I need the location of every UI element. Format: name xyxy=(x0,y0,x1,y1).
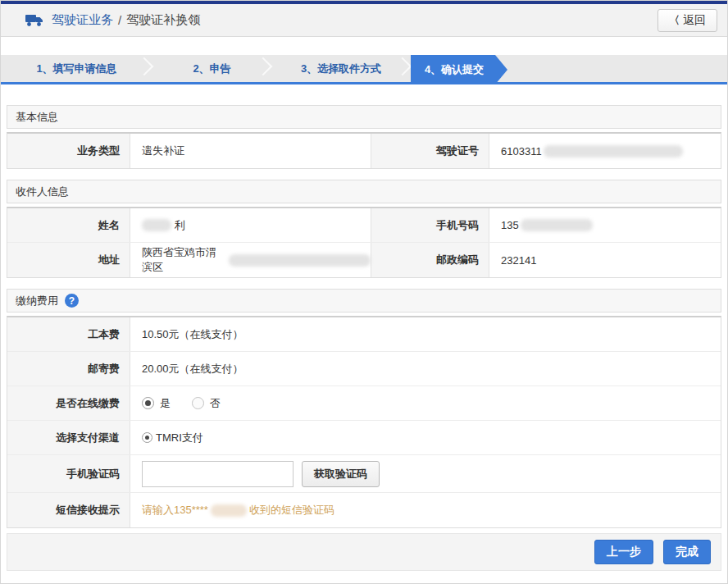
postcode-value: 232141 xyxy=(489,243,721,277)
section-header-fees: 缴纳费用 ? xyxy=(7,289,721,313)
fees-table: 工本费 10.50元（在线支付） 邮寄费 20.00元（在线支付） 是否在线缴费… xyxy=(7,316,721,528)
name-label: 姓名 xyxy=(7,208,130,242)
section-title: 缴纳费用 xyxy=(16,294,58,308)
license-number-value: 6103311 xyxy=(489,134,721,168)
online-pay-yes-label[interactable]: 是 xyxy=(160,396,171,411)
section-title: 收件人信息 xyxy=(16,185,69,199)
footer-action-bar: 上一步 完成 xyxy=(7,533,721,571)
postcode-label: 邮政编码 xyxy=(371,243,489,277)
step-1-fill-application: 1、填写申请信息 xyxy=(1,55,152,82)
step-separator-icon xyxy=(254,57,273,76)
name-redacted xyxy=(142,219,171,231)
finish-button[interactable]: 完成 xyxy=(663,540,711,564)
recipient-info-table: 姓名 利 手机号码 135 地址 陕西省宝鸡市渭滨区 邮政编码 23214 xyxy=(7,207,721,278)
online-pay-no-label[interactable]: 否 xyxy=(210,396,221,411)
online-pay-yes-radio[interactable] xyxy=(142,397,154,409)
back-button-label: 返回 xyxy=(683,13,706,28)
address-label: 地址 xyxy=(7,243,130,277)
step-progress-bar: 1、填写申请信息 2、申告 3、选择取件方式 4、确认提交 xyxy=(1,55,727,84)
sms-hint-value: 请输入135**** 收到的短信验证码 xyxy=(130,493,721,527)
section-header-basic-info: 基本信息 xyxy=(7,105,721,129)
page: 驾驶证业务 / 驾驶证补换领 〈 返回 1、填写申请信息 2、申告 3、选择取件… xyxy=(0,0,728,584)
titlebar: 驾驶证业务 / 驾驶证补换领 〈 返回 xyxy=(1,4,727,37)
online-pay-no-radio[interactable] xyxy=(192,397,204,409)
address-value: 陕西省宝鸡市渭滨区 xyxy=(130,243,371,277)
section-header-recipient-info: 收件人信息 xyxy=(7,180,721,203)
table-row: 邮寄费 20.00元（在线支付） xyxy=(7,352,721,386)
address-visible: 陕西省宝鸡市渭滨区 xyxy=(142,245,227,275)
table-row: 业务类型 遗失补证 驾驶证号 6103311 xyxy=(7,134,721,168)
name-value: 利 xyxy=(130,208,371,242)
sms-hint-prefix: 请输入135**** xyxy=(142,503,208,518)
step-4-label: 4、确认提交 xyxy=(425,62,484,77)
address-redacted xyxy=(229,254,371,267)
main-content: 基本信息 业务类型 遗失补证 驾驶证号 6103311 收件人信息 姓名 xyxy=(1,105,727,528)
postage-fee-value: 20.00元（在线支付） xyxy=(130,352,721,386)
tmri-pay-label[interactable]: TMRI支付 xyxy=(156,431,203,445)
license-number-visible: 6103311 xyxy=(501,145,542,157)
step-1-label: 1、填写申请信息 xyxy=(36,62,116,76)
back-button[interactable]: 〈 返回 xyxy=(657,9,717,32)
phone-label: 手机号码 xyxy=(371,208,489,242)
postage-fee-label: 邮寄费 xyxy=(7,352,130,386)
get-code-button[interactable]: 获取验证码 xyxy=(302,461,380,487)
step-4-confirm-submit-active: 4、确认提交 xyxy=(411,55,507,84)
sms-hint-text: 请输入135**** 收到的短信验证码 xyxy=(142,503,334,518)
sms-hint-suffix: 收到的短信验证码 xyxy=(249,503,334,518)
payment-channel-label: 选择支付渠道 xyxy=(7,421,130,454)
license-number-redacted xyxy=(544,145,683,157)
business-type-label: 业务类型 xyxy=(7,134,130,168)
phone-value: 135 xyxy=(489,208,721,242)
page-title-secondary: 驾驶证补换领 xyxy=(126,12,200,28)
license-number-label: 驾驶证号 xyxy=(371,134,489,168)
phone-redacted xyxy=(521,219,593,231)
step-2-label: 2、申告 xyxy=(193,62,230,76)
table-row: 工本费 10.50元（在线支付） xyxy=(7,317,721,352)
section-title: 基本信息 xyxy=(16,110,58,125)
payment-channel-options: TMRI支付 xyxy=(130,421,721,454)
page-title-primary: 驾驶证业务 xyxy=(52,12,113,28)
table-row: 是否在线缴费 是 否 xyxy=(7,386,721,421)
step-3-pickup-method: 3、选择取件方式 xyxy=(271,55,411,82)
truck-icon xyxy=(25,14,44,27)
online-pay-label: 是否在线缴费 xyxy=(7,386,130,420)
table-row: 地址 陕西省宝鸡市渭滨区 邮政编码 232141 xyxy=(7,243,721,277)
phone-visible: 135 xyxy=(501,219,519,231)
tmri-pay-radio[interactable] xyxy=(142,432,152,443)
sms-code-input[interactable] xyxy=(142,461,293,487)
online-pay-options: 是 否 xyxy=(130,386,721,420)
sms-hint-label: 短信接收提示 xyxy=(7,493,130,527)
step-separator-icon xyxy=(394,57,412,76)
table-row: 选择支付渠道 TMRI支付 xyxy=(7,421,721,455)
business-type-value: 遗失补证 xyxy=(130,134,371,168)
step-separator-icon xyxy=(135,57,154,76)
table-row: 短信接收提示 请输入135**** 收到的短信验证码 xyxy=(7,493,721,527)
back-chevron-icon: 〈 xyxy=(669,13,680,28)
step-3-label: 3、选择取件方式 xyxy=(301,62,381,76)
basic-info-table: 业务类型 遗失补证 驾驶证号 6103311 xyxy=(7,132,721,169)
step-2-declaration: 2、申告 xyxy=(152,55,271,82)
sms-code-label: 手机验证码 xyxy=(7,455,130,492)
sms-hint-redacted xyxy=(211,504,247,517)
table-row: 姓名 利 手机号码 135 xyxy=(7,208,721,243)
help-question-icon[interactable]: ? xyxy=(65,294,79,308)
previous-step-button[interactable]: 上一步 xyxy=(594,540,653,564)
production-fee-label: 工本费 xyxy=(7,317,130,351)
sms-code-field: 获取验证码 xyxy=(130,455,721,492)
name-visible: 利 xyxy=(175,218,185,233)
table-row: 手机验证码 获取验证码 xyxy=(7,455,721,493)
production-fee-value: 10.50元（在线支付） xyxy=(130,317,721,351)
title-separator: / xyxy=(118,13,121,27)
